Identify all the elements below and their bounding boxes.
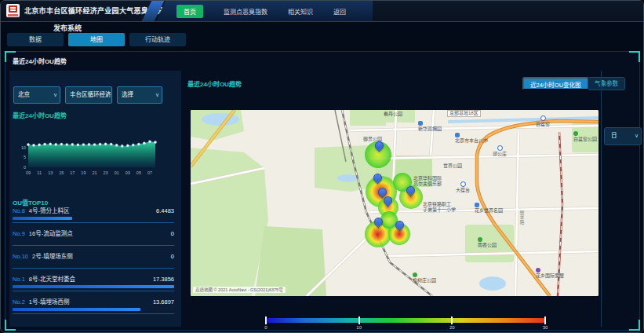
period-select-value: 日: [611, 128, 617, 144]
publish-tab-1[interactable]: 地图: [68, 33, 125, 46]
top-nav: 首页监测点恶臭指数相关知识返回: [176, 1, 346, 21]
vertical-divider: [601, 71, 602, 327]
bar-track: [13, 291, 174, 291]
svg-text:5: 5: [24, 155, 26, 159]
top-list-item[interactable]: No.18号-北天堂村委会17.3856: [13, 274, 174, 297]
svg-text:11: 11: [37, 170, 42, 175]
panel-title: 最近24小时OU趋势: [13, 57, 67, 65]
bar-fill: [13, 285, 174, 288]
map-heat-layer: [191, 110, 599, 296]
ou-value: 6.4483: [156, 207, 174, 214]
svg-text:19: 19: [81, 170, 86, 175]
trend-panel: 最近24小时OU趋势 北京∨丰台区循环经济产∨选择∨ 最近24小时OU趋势 05…: [5, 51, 640, 331]
ou-value: 13.6897: [153, 298, 174, 306]
svg-text:13: 13: [48, 170, 53, 175]
filter-select-2[interactable]: 选择∨: [117, 86, 162, 104]
scale-label: 30: [541, 325, 549, 330]
rank-label: No.9: [13, 230, 25, 237]
chevron-down-icon: ∨: [155, 87, 159, 102]
svg-text:17: 17: [70, 170, 75, 175]
svg-text:10: 10: [21, 145, 26, 150]
nav-item-0[interactable]: 首页: [176, 5, 203, 18]
svg-text:01: 01: [115, 170, 119, 175]
row-text: No.102号-填埋场东侧0: [13, 253, 174, 260]
scale-label: 20: [448, 325, 456, 330]
nav-item-1[interactable]: 监测点恶臭指数: [224, 7, 267, 16]
nav-item-2[interactable]: 相关知识: [288, 7, 313, 16]
top-list-item[interactable]: No.84号-筛分上料区6.4483: [13, 206, 174, 229]
row-text: No.18号-北天堂村委会17.3856: [13, 276, 174, 283]
svg-text:09: 09: [26, 170, 31, 175]
rank-label: No.8: [13, 207, 25, 214]
weather-params-button[interactable]: 气象参数: [588, 77, 625, 90]
ou-value: 17.3856: [153, 276, 174, 283]
app-logo: [6, 4, 20, 17]
site-name: 8号-北天堂村委会: [29, 276, 75, 283]
site-name: 1号-填埋场西侧: [29, 298, 70, 306]
scale-tick: [265, 317, 267, 324]
chevron-down-icon: ∨: [105, 87, 109, 102]
scale-tick: [544, 317, 546, 324]
row-text: No.84号-筛分上料区6.4483: [13, 207, 174, 214]
top-list-item[interactable]: No.21号-填埋场西侧13.6897: [13, 297, 174, 320]
row-text: No.21号-填埋场西侧13.6897: [13, 298, 174, 306]
ou-value: 0: [171, 230, 174, 237]
sidebar-card: 北京∨丰台区循环经济产∨选择∨ 最近24小时OU趋势 0510091113151…: [9, 71, 181, 327]
heat-scale-legend: 0102030: [266, 317, 545, 331]
map-attribution: 高德地图 © 2021 AutoNavi - GS(2021)6375号: [193, 287, 286, 293]
svg-text:23: 23: [104, 170, 108, 175]
svg-text:21: 21: [92, 170, 96, 175]
ou-top-list: No.84号-筛分上料区6.4483No.916号-流动监测点0No.102号-…: [13, 206, 174, 320]
period-select[interactable]: 日 ∨: [604, 127, 642, 145]
publish-tab-2[interactable]: 行动轨迹: [129, 33, 186, 46]
bar-fill: [13, 217, 72, 220]
scale-tick: [451, 317, 453, 324]
corner-bracket: [629, 320, 640, 331]
site-name: 16号-流动监测点: [29, 230, 73, 237]
filter-select-row: 北京∨丰台区循环经济产∨选择∨: [13, 86, 162, 104]
heat-scale-gradient: [266, 318, 545, 323]
ou-change-chart-button[interactable]: 近24小时OU变化图: [522, 77, 589, 90]
bar-fill: [13, 308, 140, 311]
svg-text:0: 0: [24, 165, 26, 170]
svg-text:05: 05: [136, 170, 141, 175]
row-text: No.916号-流动监测点0: [13, 230, 174, 237]
scale-label: 0: [262, 325, 270, 330]
header-bar: 北京市丰台区循环经济产业园大气恶臭状况实时 首页监测点恶臭指数相关知识返回: [1, 1, 644, 22]
filter-select-0[interactable]: 北京∨: [13, 86, 60, 104]
svg-text:15: 15: [59, 170, 64, 175]
site-name: 4号-筛分上料区: [29, 207, 70, 214]
svg-text:03: 03: [126, 170, 130, 175]
scale-label: 10: [355, 325, 363, 330]
map-section-title: 最近24小时OU趋势: [187, 79, 242, 88]
chevron-down-icon: ∨: [635, 128, 639, 144]
bar-track: [13, 245, 174, 246]
publish-tab-0[interactable]: 数据: [7, 33, 64, 46]
app-window: 北京市丰台区循环经济产业园大气恶臭状况实时 首页监测点恶臭指数相关知识返回 发布…: [0, 0, 644, 333]
sidebar-chart-title: 最近24小时OU趋势: [13, 111, 67, 119]
publish-tabs: 数据地图行动轨迹: [7, 33, 186, 46]
bar-track: [13, 313, 174, 314]
publish-system-label: 发布系统: [53, 23, 82, 33]
ou-value: 0: [171, 253, 174, 260]
select-value: 北京: [18, 87, 30, 103]
nav-item-3[interactable]: 返回: [333, 7, 346, 16]
rank-label: No.1: [13, 276, 25, 283]
rank-label: No.10: [13, 253, 28, 260]
top-list-item[interactable]: No.102号-填埋场东侧0: [13, 251, 174, 274]
corner-bracket: [629, 51, 640, 62]
select-value: 选择: [122, 87, 133, 103]
chevron-down-icon: ∨: [53, 87, 57, 102]
bar-track: [13, 222, 174, 223]
top-list-item[interactable]: No.916号-流动监测点0: [13, 229, 174, 251]
map[interactable]: 看丹公园总部基地18区新华双拥园御景公园北京市丰台八中郭公庄白盆窑白盆窑公园世界…: [191, 110, 599, 296]
bar-track: [13, 268, 174, 269]
rank-label: No.2: [13, 298, 25, 306]
ou-trend-chart: 0510091113151719212301030507: [19, 134, 163, 177]
scale-tick: [358, 317, 360, 324]
filter-select-1[interactable]: 丰台区循环经济产∨: [65, 86, 112, 104]
site-name: 2号-填埋场东侧: [32, 253, 73, 260]
svg-text:07: 07: [147, 170, 152, 175]
